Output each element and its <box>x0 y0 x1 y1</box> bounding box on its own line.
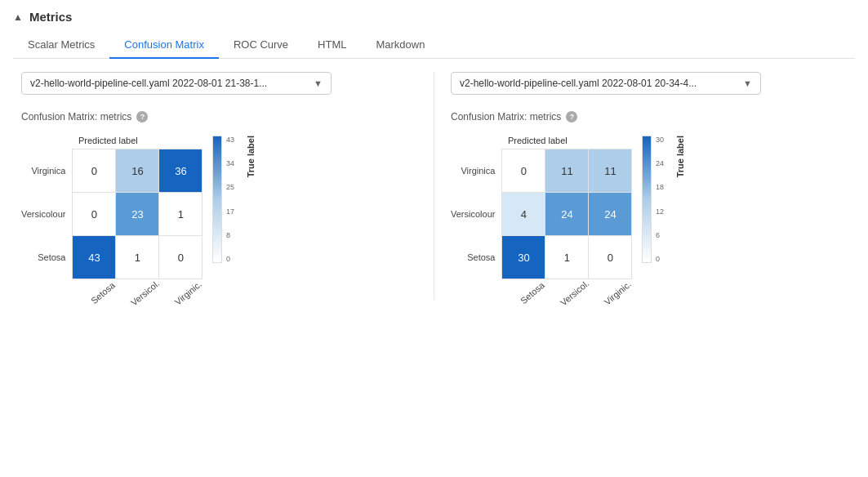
scale-label-2-right: 18 <box>656 183 664 191</box>
cell-1-2-right: 24 <box>589 193 631 235</box>
scale-label-0-right: 30 <box>656 136 664 144</box>
cell-1-0-left: 0 <box>73 193 115 235</box>
matrix-grid-left: 0 16 36 0 23 1 43 1 0 <box>72 149 203 279</box>
metrics-label-row-left: Confusion Matrix: metrics ? <box>21 111 417 123</box>
y-axis-labels-left: Virginica Versicolour Setosa <box>21 149 72 279</box>
scale-labels-left: 43 34 25 17 8 0 <box>226 136 234 263</box>
help-icon-right[interactable]: ? <box>566 111 577 123</box>
y-axis-labels-right: Virginica Versicolour Setosa <box>451 149 501 279</box>
true-label-right: True label <box>675 136 685 177</box>
color-scale-left: 43 34 25 17 8 0 <box>212 136 234 266</box>
cell-2-2-left: 0 <box>159 236 202 279</box>
scale-bar-right <box>642 136 652 263</box>
scale-labels-right: 30 24 18 12 6 0 <box>656 136 664 263</box>
y-label-virginica-left: Virginica <box>31 149 65 192</box>
x-label-virginic-left: Virginic. <box>163 283 206 300</box>
cell-0-0-left: 0 <box>73 149 115 192</box>
cell-1-0-right: 4 <box>502 193 545 235</box>
cell-1-1-left: 23 <box>116 193 158 235</box>
cell-1-2-left: 1 <box>159 193 202 235</box>
matrix-grid-right: 0 11 11 4 24 24 30 1 0 <box>501 149 632 279</box>
panels-row: v2-hello-world-pipeline-cell.yaml 2022-0… <box>13 72 855 300</box>
page-container: ▲ Metrics Scalar Metrics Confusion Matri… <box>0 0 868 310</box>
scale-label-4-right: 6 <box>656 231 664 239</box>
x-label-versicol-right: Versicol. <box>550 283 593 300</box>
x-label-virginic-right: Virginic. <box>593 283 635 300</box>
metrics-label-right: Confusion Matrix: metrics <box>451 111 561 123</box>
cell-0-1-right: 11 <box>545 149 588 192</box>
dropdown-left[interactable]: v2-hello-world-pipeline-cell.yaml 2022-0… <box>21 72 332 95</box>
x-label-setosa-right: Setosa <box>508 283 550 300</box>
scale-label-1-left: 34 <box>226 159 234 167</box>
cell-2-1-left: 1 <box>116 236 158 279</box>
scale-label-4-left: 8 <box>226 231 234 239</box>
tab-markdown[interactable]: Markdown <box>361 32 439 59</box>
matrix-body-left: Virginica Versicolour Setosa 0 16 36 0 2… <box>21 149 203 279</box>
cell-2-0-right: 30 <box>502 236 545 279</box>
chevron-icon[interactable]: ▲ <box>13 11 23 23</box>
x-label-setosa-left: Setosa <box>78 283 121 300</box>
section-header: ▲ Metrics <box>13 10 855 24</box>
dropdown-left-value: v2-hello-world-pipeline-cell.yaml 2022-0… <box>30 78 267 89</box>
tabs-bar: Scalar Metrics Confusion Matrix ROC Curv… <box>13 32 855 59</box>
color-scale-right: 30 24 18 12 6 0 <box>642 136 664 266</box>
matrix-wrapper-left: Predicted label Virginica Versicolour Se… <box>21 136 206 300</box>
cell-0-2-left: 36 <box>159 149 202 192</box>
cell-1-1-right: 24 <box>545 193 588 235</box>
dropdown-right-arrow: ▼ <box>743 78 752 88</box>
true-label-area-left: True label <box>246 136 256 177</box>
cell-2-2-right: 0 <box>589 236 631 279</box>
scale-label-0-left: 43 <box>226 136 234 144</box>
x-axis-row-right: Setosa Versicol. Virginic. <box>508 283 635 300</box>
x-label-versicol-left: Versicol. <box>121 283 163 300</box>
dropdown-container-right: v2-hello-world-pipeline-cell.yaml 2022-0… <box>451 72 847 95</box>
matrix-wrapper-right: Predicted label Virginica Versicolour Se… <box>451 136 635 300</box>
predicted-label-right: Predicted label <box>508 136 568 145</box>
scale-label-2-left: 25 <box>226 183 234 191</box>
dropdown-right-value: v2-hello-world-pipeline-cell.yaml 2022-0… <box>460 78 697 89</box>
y-label-versicolour-left: Versicolour <box>21 193 65 235</box>
metrics-label-row-right: Confusion Matrix: metrics ? <box>451 111 847 123</box>
dropdown-right[interactable]: v2-hello-world-pipeline-cell.yaml 2022-0… <box>451 72 761 95</box>
dropdown-container-left: v2-hello-world-pipeline-cell.yaml 2022-0… <box>21 72 417 95</box>
y-label-setosa-right: Setosa <box>467 236 495 279</box>
panel-left: v2-hello-world-pipeline-cell.yaml 2022-0… <box>13 72 434 300</box>
panel-right: v2-hello-world-pipeline-cell.yaml 2022-0… <box>434 72 855 300</box>
predicted-label-left: Predicted label <box>78 136 138 145</box>
true-label-left: True label <box>246 136 256 177</box>
scale-label-5-left: 0 <box>226 255 234 263</box>
y-label-setosa-left: Setosa <box>38 236 65 279</box>
metrics-label-left: Confusion Matrix: metrics <box>21 111 131 123</box>
matrix-body-right: Virginica Versicolour Setosa 0 11 11 4 2… <box>451 149 632 279</box>
dropdown-left-arrow: ▼ <box>314 78 323 88</box>
tab-scalar-metrics[interactable]: Scalar Metrics <box>13 32 109 59</box>
tab-html[interactable]: HTML <box>303 32 361 59</box>
cell-0-0-right: 0 <box>502 149 545 192</box>
chart-area-left: Predicted label Virginica Versicolour Se… <box>21 136 417 300</box>
y-label-versicolour-right: Versicolour <box>451 193 495 235</box>
chart-area-right: Predicted label Virginica Versicolour Se… <box>451 136 847 300</box>
cell-2-1-right: 1 <box>545 236 588 279</box>
cell-0-1-left: 16 <box>116 149 158 192</box>
cell-0-2-right: 11 <box>589 149 631 192</box>
x-axis-row-left: Setosa Versicol. Virginic. <box>78 283 206 300</box>
section-title: Metrics <box>29 10 73 24</box>
scale-label-3-right: 12 <box>656 207 664 216</box>
true-label-area-right: True label <box>675 136 685 177</box>
tab-roc-curve[interactable]: ROC Curve <box>219 32 303 59</box>
cell-2-0-left: 43 <box>73 236 115 279</box>
help-icon-left[interactable]: ? <box>136 111 148 123</box>
scale-label-5-right: 0 <box>656 255 664 263</box>
scale-label-1-right: 24 <box>656 159 664 167</box>
scale-label-3-left: 17 <box>226 207 234 216</box>
y-label-virginica-right: Virginica <box>461 149 495 192</box>
tab-confusion-matrix[interactable]: Confusion Matrix <box>109 32 219 59</box>
scale-bar-left <box>212 136 222 263</box>
